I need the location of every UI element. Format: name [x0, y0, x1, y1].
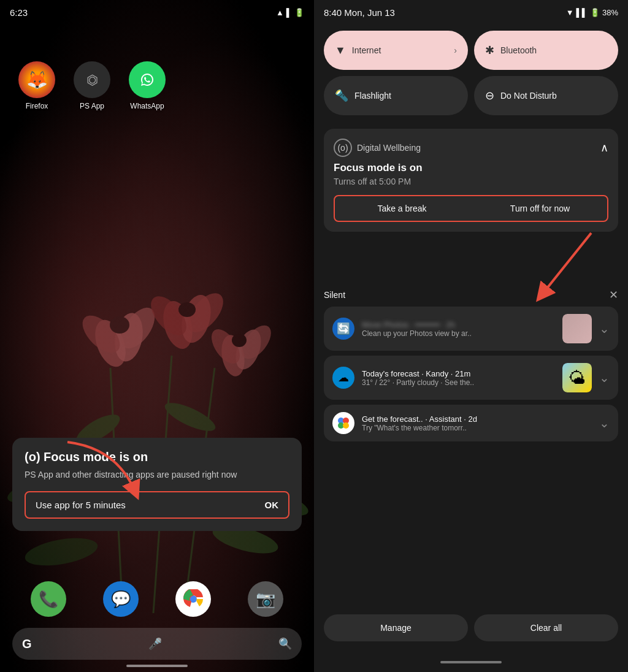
- status-bar-right: 8:40 Mon, Jun 13 ▼ ▌▌ 🔋 38%: [314, 0, 628, 25]
- digital-wellbeing-card: (o) Digital Wellbeing ∧ Focus mode is on…: [324, 129, 618, 232]
- clear-all-button[interactable]: Clear all: [474, 614, 618, 641]
- assistant-notif-icon: [332, 412, 354, 434]
- turn-off-now-button[interactable]: Turn off for now: [474, 197, 606, 220]
- bluetooth-label: Bluetooth: [500, 45, 537, 55]
- take-break-button[interactable]: Take a break: [336, 197, 468, 220]
- whatsapp-label: WhatsApp: [130, 102, 164, 110]
- dw-focus-title: Focus mode is on: [334, 162, 608, 174]
- svg-point-29: [190, 596, 196, 602]
- dock-camera[interactable]: 📷: [248, 581, 283, 617]
- manage-button[interactable]: Manage: [324, 614, 468, 641]
- notification-photos[interactable]: 🔄 Move Photos · ━━━━━ · 2h Clean up your…: [324, 307, 618, 351]
- app-icons-row: 🦊 Firefox ⏣ PS App WhatsApp: [18, 61, 166, 110]
- dw-expand-chevron[interactable]: ∧: [600, 141, 608, 155]
- dw-app-name: Digital Wellbeing: [357, 143, 421, 153]
- dock-chrome[interactable]: [175, 581, 211, 617]
- weather-notif-content: Today's forecast · Kandy · 21m 31° / 22°…: [362, 369, 555, 387]
- assistant-notif-body: Try "What's the weather tomorr..: [362, 424, 592, 432]
- app-whatsapp[interactable]: WhatsApp: [129, 61, 166, 110]
- notifications-footer: Manage Clear all: [324, 614, 618, 641]
- qs-row-2: 🔦 Flashlight ⊖ Do Not Disturb: [324, 76, 618, 115]
- assistant-notif-title: Get the forecast.. · Assistant · 2d: [362, 414, 592, 424]
- status-icons-left: ▲ ▌ 🔋: [276, 8, 304, 17]
- silent-label: Silent: [324, 290, 345, 300]
- internet-label: Internet: [352, 45, 381, 55]
- photos-notif-body: Clean up your Photos view by ar..: [362, 329, 555, 338]
- assistant-notif-content: Get the forecast.. · Assistant · 2d Try …: [362, 414, 592, 432]
- qs-bluetooth-tile[interactable]: ✱ Bluetooth: [474, 31, 618, 70]
- svg-point-33: [343, 422, 349, 429]
- flashlight-icon: 🔦: [335, 89, 348, 102]
- wifi-icon-right: ▼: [566, 8, 574, 17]
- search-bar-left[interactable]: G 🎤 🔍: [12, 628, 302, 660]
- time-display-left: 6:23: [10, 7, 28, 18]
- qs-row-1: ▼ Internet › ✱ Bluetooth: [324, 31, 618, 70]
- phone-left: 6:23 ▲ ▌ 🔋 🦊 Firefox ⏣ PS App WhatsApp (…: [0, 0, 314, 672]
- notifications-section: Silent ✕ 🔄 Move Photos · ━━━━━ · 2h Clea…: [324, 288, 618, 446]
- qs-internet-tile[interactable]: ▼ Internet ›: [324, 31, 468, 70]
- battery-icon-right: 🔋: [590, 8, 600, 17]
- svg-point-20: [232, 334, 247, 347]
- bluetooth-icon: ✱: [485, 44, 494, 57]
- qs-dnd-tile[interactable]: ⊖ Do Not Disturb: [474, 76, 618, 115]
- photos-notif-content: Move Photos · ━━━━━ · 2h Clean up your P…: [362, 320, 555, 338]
- svg-point-15: [178, 302, 196, 317]
- firefox-label: Firefox: [26, 102, 48, 110]
- photos-notif-icon: 🔄: [332, 318, 354, 340]
- phone-right: 8:40 Mon, Jun 13 ▼ ▌▌ 🔋 38% ▼ Internet ›…: [314, 0, 628, 672]
- home-indicator-right[interactable]: [440, 661, 502, 663]
- status-icons-right: ▼ ▌▌ 🔋 38%: [566, 8, 618, 17]
- dock-messages[interactable]: 💬: [103, 581, 139, 617]
- weather-notif-body: 31° / 22° · Partly cloudy · See the..: [362, 378, 555, 387]
- notification-weather[interactable]: ☁ Today's forecast · Kandy · 21m 31° / 2…: [324, 356, 618, 400]
- dw-app-icon: (o): [334, 139, 352, 157]
- psapp-label: PS App: [80, 102, 104, 110]
- dw-focus-subtitle: Turns off at 5:00 PM: [334, 177, 608, 186]
- qs-flashlight-tile[interactable]: 🔦 Flashlight: [324, 76, 468, 115]
- weather-notif-thumb: 🌤: [562, 363, 592, 392]
- dnd-icon: ⊖: [485, 89, 494, 102]
- app-psapp[interactable]: ⏣ PS App: [74, 61, 110, 110]
- dw-actions: Take a break Turn off for now: [334, 195, 608, 222]
- dnd-label: Do Not Disturb: [500, 91, 557, 101]
- home-indicator-left[interactable]: [126, 665, 188, 667]
- assistant-notif-expand[interactable]: ⌄: [599, 416, 610, 430]
- google-g-icon: G: [22, 637, 32, 651]
- internet-chevron: ›: [454, 45, 457, 55]
- battery-percent: 38%: [602, 8, 618, 17]
- signal-icon-right: ▌▌: [576, 8, 588, 17]
- notification-assistant[interactable]: Get the forecast.. · Assistant · 2d Try …: [324, 405, 618, 441]
- whatsapp-icon[interactable]: [129, 61, 166, 98]
- red-arrow-left: [37, 436, 159, 510]
- app-firefox[interactable]: 🦊 Firefox: [18, 61, 55, 110]
- wifi-icon-left: ▲: [276, 8, 284, 17]
- dock-left: 📞 💬 📷: [0, 581, 314, 617]
- weather-notif-expand[interactable]: ⌄: [599, 370, 610, 385]
- mic-icon-left[interactable]: 🎤: [148, 637, 162, 651]
- svg-point-10: [110, 316, 129, 334]
- weather-notif-title: Today's forecast · Kandy · 21m: [362, 369, 555, 378]
- signal-icon-left: ▌: [286, 8, 292, 17]
- status-bar-left: 6:23 ▲ ▌ 🔋: [0, 0, 314, 25]
- battery-icon-left: 🔋: [294, 8, 304, 17]
- time-display-right: 8:40 Mon, Jun 13: [324, 7, 395, 18]
- dw-header: (o) Digital Wellbeing ∧: [334, 139, 608, 157]
- weather-notif-icon: ☁: [332, 367, 354, 389]
- notifications-close-button[interactable]: ✕: [609, 288, 618, 302]
- photos-notif-expand[interactable]: ⌄: [599, 321, 610, 336]
- photos-notif-title: Move Photos · ━━━━━ · 2h: [362, 320, 555, 329]
- lens-icon-left[interactable]: 🔍: [278, 637, 292, 651]
- ok-button-left[interactable]: OK: [265, 500, 279, 510]
- photos-notif-thumb: [562, 314, 592, 343]
- firefox-icon[interactable]: 🦊: [18, 61, 55, 98]
- flashlight-label: Flashlight: [354, 91, 391, 101]
- red-arrow-right: [518, 227, 610, 307]
- quick-settings-area: ▼ Internet › ✱ Bluetooth 🔦 Flashlight ⊖ …: [324, 31, 618, 121]
- svg-point-26: [136, 69, 158, 91]
- svg-point-21: [23, 533, 99, 570]
- dock-phone[interactable]: 📞: [31, 581, 66, 617]
- dw-header-left: (o) Digital Wellbeing: [334, 139, 421, 157]
- psapp-icon[interactable]: ⏣: [74, 61, 110, 98]
- svg-text:⏣: ⏣: [86, 72, 98, 88]
- internet-icon: ▼: [335, 44, 346, 57]
